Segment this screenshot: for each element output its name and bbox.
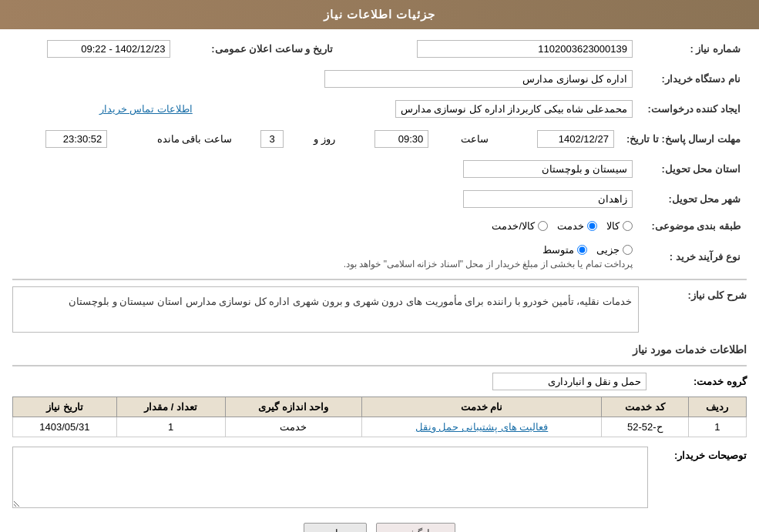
city-value: زاهدان: [12, 187, 639, 211]
buyer-notes-label: توصیحات خریدار:: [654, 447, 747, 461]
dastgah-value: اداره کل نوسازی مدارس: [12, 67, 639, 91]
deadline-time: 09:30: [374, 130, 428, 148]
deadline-days: 3: [260, 130, 284, 148]
page-header: جزئیات اطلاعات نیاز: [0, 0, 759, 29]
province-input: سیستان و بلوچستان: [463, 160, 633, 178]
cell-unit: خدمت: [225, 417, 362, 437]
category-khedmat[interactable]: خدمت: [557, 220, 597, 232]
city-label: شهر محل تحویل:: [639, 187, 747, 211]
deadline-days-cell: 3: [241, 127, 290, 151]
category-kala-khedmat[interactable]: کالا/خدمت: [492, 220, 548, 232]
service-group-label: گروه خدمت:: [646, 376, 747, 387]
creator-label: ایجاد کننده درخواست:: [639, 97, 747, 121]
dastgah-label: نام دستگاه خریدار:: [639, 67, 747, 91]
announce-label: تاریخ و ساعت اعلان عمومی:: [176, 37, 339, 61]
col-code: کد خدمت: [601, 397, 688, 417]
dastgah-input: اداره کل نوسازی مدارس: [324, 70, 633, 88]
col-radif: ردیف: [688, 397, 746, 417]
deadline-label: مهلت ارسال پاسخ: تا تاریخ:: [620, 127, 747, 151]
city-input: زاهدان: [463, 190, 633, 208]
purchase-note: پرداخت تمام یا بخشی از مبلغ خریدار از مح…: [18, 259, 633, 269]
cell-date: 1403/05/31: [13, 417, 117, 437]
deadline-date-cell: 1402/12/27: [498, 127, 620, 151]
deadline-date: 1402/12/27: [537, 130, 614, 148]
service-group-input: حمل و نقل و انبارداری: [492, 373, 646, 390]
buyer-notes-content: [12, 447, 648, 510]
deadline-days-label: روز و: [290, 127, 344, 151]
buyer-notes-textarea[interactable]: [12, 447, 648, 508]
deadline-time-cell: 09:30: [344, 127, 435, 151]
remaining-label: ساعت باقی مانده: [113, 127, 241, 151]
contact-link[interactable]: اطلاعات تماس خریدار: [99, 103, 193, 115]
col-date: تاریخ نیاز: [13, 397, 117, 417]
purchase-type-options: جزیی متوسط پرداخت تمام یا بخشی از مبلغ خ…: [12, 241, 639, 273]
category-kala[interactable]: کالا: [606, 220, 633, 232]
purchase-type-label: نوع فرآیند خرید :: [639, 241, 747, 273]
announce-value: 1402/12/23 - 09:22: [12, 37, 176, 61]
purchase-motavasset[interactable]: متوسط: [542, 244, 587, 256]
page-title: جزئیات اطلاعات نیاز: [324, 8, 435, 21]
purchase-jozi[interactable]: جزیی: [596, 244, 633, 256]
description-box: خدمات نقلیه، تأمین خودرو با راننده برای …: [12, 286, 639, 333]
description-label: شرح کلی نیاز:: [646, 286, 747, 301]
deadline-remaining: 23:30:52: [45, 130, 107, 148]
back-button[interactable]: بازگشت: [376, 523, 455, 532]
description-content: خدمات نقلیه، تأمین خودرو با راننده برای …: [12, 286, 639, 333]
table-row: 1 ح-52-52 فعالیت های پشتیبانی حمل ونقل خ…: [13, 417, 747, 437]
cell-radif: 1: [688, 417, 746, 437]
col-name: نام خدمت: [362, 397, 602, 417]
category-label: طبقه بندی موضوعی:: [639, 217, 747, 235]
shomara-input: 1102003623000139: [417, 40, 633, 58]
creator-input: محمدعلی شاه بیکی کاربرداز اداره کل نوساز…: [395, 100, 633, 118]
province-label: استان محل تحویل:: [639, 157, 747, 181]
service-group-value: حمل و نقل و انبارداری: [492, 373, 646, 390]
service-table: ردیف کد خدمت نام خدمت واحد اندازه گیری ت…: [12, 396, 747, 437]
col-count: تعداد / مقدار: [116, 397, 225, 417]
cell-count: 1: [116, 417, 225, 437]
shomara-label: شماره نیاز :: [639, 37, 747, 61]
col-unit: واحد اندازه گیری: [225, 397, 362, 417]
deadline-time-label: ساعت: [435, 127, 498, 151]
category-options: کالا خدمت کالا/خدمت: [12, 217, 639, 235]
service-name-link[interactable]: فعالیت های پشتیبانی حمل ونقل: [415, 421, 548, 433]
cell-name: فعالیت های پشتیبانی حمل ونقل: [362, 417, 602, 437]
announce-input: 1402/12/23 - 09:22: [47, 40, 170, 58]
cell-code: ح-52-52: [601, 417, 688, 437]
creator-value: محمدعلی شاه بیکی کاربرداز اداره کل نوساز…: [199, 97, 639, 121]
service-section-title: اطلاعات خدمات مورد نیاز: [12, 339, 747, 359]
province-value: سیستان و بلوچستان: [12, 157, 639, 181]
remaining-cell: 23:30:52: [12, 127, 113, 151]
button-bar: بازگشت چاپ: [12, 523, 747, 532]
shomara-value: 1102003623000139: [362, 37, 639, 61]
print-button[interactable]: چاپ: [304, 523, 367, 532]
